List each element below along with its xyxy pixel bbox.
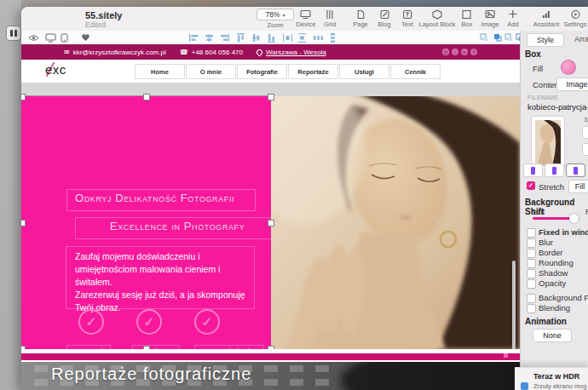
nav-item-cennik[interactable]: Cennik [390,64,441,79]
slider-fill [533,217,574,220]
box-button[interactable]: Box [462,9,473,28]
page-button[interactable]: Page [353,9,368,28]
hero-portrait-photo[interactable] [271,96,520,349]
editor-canvas[interactable]: ✉ kkr@krzysztofkrawczyk.com.pl ☎ +48 604… [21,44,520,390]
layout-block-button[interactable]: Layout Block [419,9,456,28]
site-logo[interactable]: exc [45,62,66,77]
hero-paragraph-line1: Zaufaj mojemu doświadczeniu i umiejętnoś… [75,250,254,289]
device-button[interactable]: Device [297,9,316,28]
site-menu: Home O mnie Fotografie Reportaże Usługi … [135,64,441,79]
content-dropdown[interactable]: Image [556,77,588,91]
background-shift-slider[interactable] [533,217,580,220]
send-to-back-icon[interactable] [504,32,513,43]
space-v-icon[interactable] [329,32,337,43]
align-top-icon[interactable] [237,32,245,43]
add-icon [507,9,518,20]
selection-handle[interactable] [143,94,150,100]
align-center-h-icon[interactable] [205,32,214,43]
favorites-heart-icon[interactable] [81,32,90,43]
checkmark-circle-icon[interactable]: ✓ [194,309,220,335]
blending-checkbox[interactable] [527,304,536,313]
align-right-icon[interactable] [220,32,229,43]
distribute-v-icon[interactable] [298,32,306,43]
align-bottom-icon[interactable] [268,32,275,43]
send-backward-icon[interactable] [480,32,488,43]
hero-box[interactable]: Odkryj Delikatność Fotografii Excellence… [21,96,271,349]
mobile-preview-icon[interactable] [61,32,68,43]
preview-eye-icon[interactable] [28,32,39,43]
align-middle-icon[interactable] [252,32,260,43]
grid-icon [324,9,336,20]
text-button[interactable]: Text [401,9,413,28]
space-h-icon[interactable] [314,32,323,43]
selection-handle[interactable] [268,220,274,227]
hero-paragraph[interactable]: Zaufaj mojemu doświadczeniu i umiejętnoś… [66,246,255,309]
tab-style[interactable]: Style [527,33,564,47]
slider-knob[interactable] [569,214,579,223]
youtube-icon[interactable]: ▸ [461,49,468,55]
shadow-checkbox[interactable] [527,269,536,278]
zoom-value: 78% [265,10,280,19]
bring-forward-icon[interactable] [493,32,502,43]
image-position-right-button[interactable] [566,163,585,177]
hero-heading-2[interactable]: Excellence in Photografy [75,217,280,239]
selection-handle[interactable] [268,94,274,100]
blog-button[interactable]: Blog [378,9,390,28]
zoom-control[interactable]: 78% ▾ Zoom [257,9,294,29]
distribute-h-icon[interactable] [283,32,292,43]
contact-phone[interactable]: ☎ +48 604 056 470 [180,49,243,56]
contact-location[interactable]: Warszawa - Wesoła [257,49,326,56]
image-position-left-button[interactable] [523,163,543,177]
selection-handle[interactable] [21,220,26,227]
blur-checkbox[interactable] [527,238,536,248]
stretch-mode-dropdown[interactable]: Fill [568,180,588,193]
window-switcher-button[interactable] [6,26,21,41]
canvas-scrollbar[interactable] [512,261,516,356]
divider-handle[interactable] [504,353,508,358]
grid-button[interactable]: Grid [324,9,336,28]
image-action-button-2[interactable] [582,143,588,156]
image-action-button[interactable]: F [582,126,588,139]
zoom-dropdown[interactable]: 78% ▾ [257,9,294,20]
nav-item-uslugi[interactable]: Usługi [339,64,389,79]
image-button[interactable]: Image [481,9,499,28]
image-thumbnail[interactable] [531,116,565,170]
tab-arrange[interactable]: Arrange [574,35,588,43]
app-window: 55.sitely Edited 78% ▾ Zoom Device G [21,7,588,390]
instagram-icon[interactable]: ◻ [442,49,449,55]
desktop-preview-icon[interactable] [45,32,56,43]
selection-handle[interactable] [21,94,26,100]
tiktok-icon[interactable]: ♪ [452,49,458,55]
align-left-icon[interactable] [189,32,199,43]
animation-dropdown[interactable]: None [533,329,572,342]
opacity-checkbox[interactable] [527,279,536,289]
box-section-header: Box [525,49,541,59]
email-text: kkr@krzysztofkrawczyk.com.pl [73,49,166,56]
background-filters-checkbox[interactable] [527,294,536,303]
assistant-button[interactable]: Assistant [533,9,559,28]
checkmark-circle-icon[interactable]: ✓ [136,309,162,335]
fill-color-swatch[interactable] [561,60,576,75]
checkmark-circle-icon[interactable]: ✓ [78,309,104,335]
facebook-icon[interactable]: f [470,49,477,55]
nav-item-o-mnie[interactable]: O mnie [186,64,236,79]
notification-app-icon [521,382,528,390]
settings-button[interactable]: Settings [563,9,586,28]
rounding-checkbox[interactable] [527,259,536,268]
nav-item-reportaze[interactable]: Reportaże [288,64,338,79]
location-link[interactable]: Warszawa - Wesoła [266,49,326,56]
stretch-label: Stretch [539,182,564,192]
contact-email[interactable]: ✉ kkr@krzysztofkrawczyk.com.pl [64,49,166,56]
fill-label: Fill [533,64,543,73]
stretch-checkbox[interactable]: ✓ [527,181,535,190]
border-checkbox[interactable] [527,249,536,258]
add-button[interactable]: Add [507,9,518,28]
assistant-icon [533,9,559,20]
fixed-in-window-checkbox[interactable] [527,228,536,238]
nav-item-home[interactable]: Home [135,64,185,79]
nav-item-fotografie[interactable]: Fotografie [237,64,287,79]
reportage-title[interactable]: Reportaże fotograficzne [51,364,251,384]
hdr-notification[interactable]: Teraz w HDR Zrzuty ekranu mog [515,367,588,390]
image-position-center-button[interactable] [545,163,564,177]
hero-heading-1[interactable]: Odkryj Delikatność Fotografii [66,189,256,211]
